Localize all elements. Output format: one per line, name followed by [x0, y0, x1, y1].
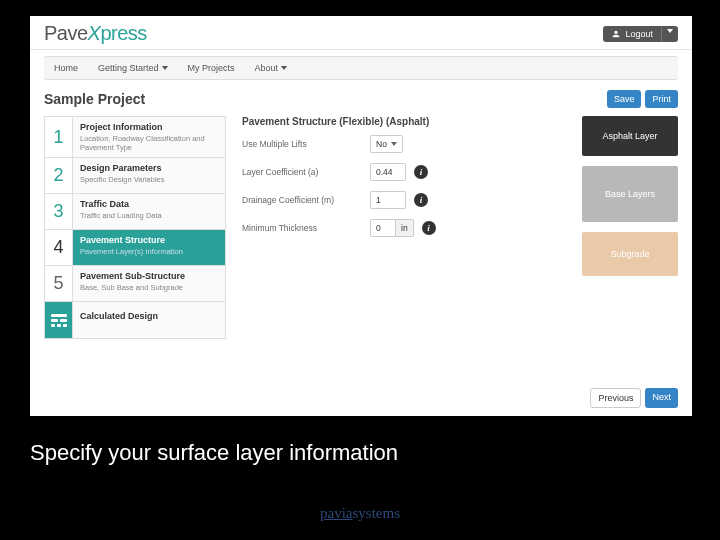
page-title: Sample Project: [44, 91, 145, 107]
step-title: Design Parameters: [80, 163, 218, 173]
logo: PaveXpress: [44, 22, 147, 45]
step-body: Project Information Location, Roadway Cl…: [73, 117, 225, 157]
step-number: 3: [45, 194, 73, 229]
input-group-thickness: 0 in: [370, 219, 414, 237]
step-title: Traffic Data: [80, 199, 218, 209]
chevron-down-icon: [162, 66, 168, 70]
step-body: Pavement Sub-Structure Base, Sub Base an…: [73, 266, 225, 301]
nav-my-projects[interactable]: My Projects: [178, 57, 245, 79]
unit-addon: in: [396, 219, 414, 237]
step-subtitle: Base, Sub Base and Subgrade: [80, 283, 218, 292]
header: PaveXpress Logout: [30, 16, 692, 50]
info-icon[interactable]: i: [414, 165, 428, 179]
info-icon[interactable]: i: [422, 221, 436, 235]
step-subtitle: Pavement Layer(s) Information: [80, 247, 218, 256]
step-title: Pavement Structure: [80, 235, 218, 245]
step-4[interactable]: 4 Pavement Structure Pavement Layer(s) I…: [45, 230, 225, 266]
save-button[interactable]: Save: [607, 90, 642, 108]
step-3[interactable]: 3 Traffic Data Traffic and Loading Data: [45, 194, 225, 230]
app-window: PaveXpress Logout Home Getting Started M…: [30, 16, 692, 416]
row-minimum-thickness: Minimum Thickness 0 in i: [242, 219, 566, 237]
step-subtitle: Specific Design Variables: [80, 175, 218, 184]
select-multiple-lifts[interactable]: No: [370, 135, 403, 153]
title-row: Sample Project Save Print: [30, 80, 692, 116]
info-icon[interactable]: i: [414, 193, 428, 207]
print-button[interactable]: Print: [645, 90, 678, 108]
step-2[interactable]: 2 Design Parameters Specific Design Vari…: [45, 158, 225, 194]
step-1[interactable]: 1 Project Information Location, Roadway …: [45, 117, 225, 158]
chevron-down-icon: [391, 142, 397, 146]
title-buttons: Save Print: [607, 90, 678, 108]
calculated-design-icon: [45, 302, 73, 338]
step-number: 5: [45, 266, 73, 301]
row-drainage-coefficient: Drainage Coefficient (m) 1 i: [242, 191, 566, 209]
footer-nav: Previous Next: [590, 388, 678, 408]
brand-footer: paviasystems: [0, 505, 720, 522]
layer-base[interactable]: Base Layers: [582, 166, 678, 222]
step-calculated-design[interactable]: Calculated Design: [45, 302, 225, 338]
step-title: Project Information: [80, 122, 218, 132]
logout-label: Logout: [625, 29, 653, 39]
chevron-down-icon: [667, 29, 673, 33]
form-heading: Pavement Structure (Flexible) (Asphalt): [242, 116, 566, 127]
nav-about[interactable]: About: [245, 57, 298, 79]
input-minimum-thickness[interactable]: 0: [370, 219, 396, 237]
label-drainage-coefficient: Drainage Coefficient (m): [242, 195, 362, 205]
slide-caption: Specify your surface layer information: [30, 440, 398, 466]
nav-home[interactable]: Home: [44, 57, 88, 79]
logout-group: Logout: [603, 26, 678, 42]
step-number: 1: [45, 117, 73, 157]
main-content: 1 Project Information Location, Roadway …: [30, 116, 692, 339]
layer-asphalt[interactable]: Asphalt Layer: [582, 116, 678, 156]
form-area: Pavement Structure (Flexible) (Asphalt) …: [242, 116, 566, 339]
step-subtitle: Traffic and Loading Data: [80, 211, 218, 220]
main-nav: Home Getting Started My Projects About: [44, 56, 678, 80]
step-body: Design Parameters Specific Design Variab…: [73, 158, 225, 193]
nav-getting-started[interactable]: Getting Started: [88, 57, 178, 79]
step-number: 2: [45, 158, 73, 193]
label-multiple-lifts: Use Multiple Lifts: [242, 139, 362, 149]
label-layer-coefficient: Layer Coefficient (a): [242, 167, 362, 177]
logout-button[interactable]: Logout: [603, 26, 661, 42]
row-layer-coefficient: Layer Coefficient (a) 0.44 i: [242, 163, 566, 181]
user-icon: [611, 29, 621, 39]
input-drainage-coefficient[interactable]: 1: [370, 191, 406, 209]
layer-subgrade[interactable]: Subgrade: [582, 232, 678, 276]
step-subtitle: Location, Roadway Classification and Pav…: [80, 134, 218, 152]
next-button[interactable]: Next: [645, 388, 678, 408]
label-minimum-thickness: Minimum Thickness: [242, 223, 362, 233]
chevron-down-icon: [281, 66, 287, 70]
step-title: Pavement Sub-Structure: [80, 271, 218, 281]
step-body: Calculated Design: [73, 302, 225, 338]
row-multiple-lifts: Use Multiple Lifts No: [242, 135, 566, 153]
step-5[interactable]: 5 Pavement Sub-Structure Base, Sub Base …: [45, 266, 225, 302]
input-layer-coefficient[interactable]: 0.44: [370, 163, 406, 181]
logout-dropdown-toggle[interactable]: [661, 26, 678, 42]
previous-button[interactable]: Previous: [590, 388, 641, 408]
step-body: Traffic Data Traffic and Loading Data: [73, 194, 225, 229]
layer-stack: Asphalt Layer Base Layers Subgrade: [582, 116, 678, 339]
step-title: Calculated Design: [80, 311, 218, 321]
step-body: Pavement Structure Pavement Layer(s) Inf…: [73, 230, 225, 265]
step-sidebar: 1 Project Information Location, Roadway …: [44, 116, 226, 339]
step-number: 4: [45, 230, 73, 265]
